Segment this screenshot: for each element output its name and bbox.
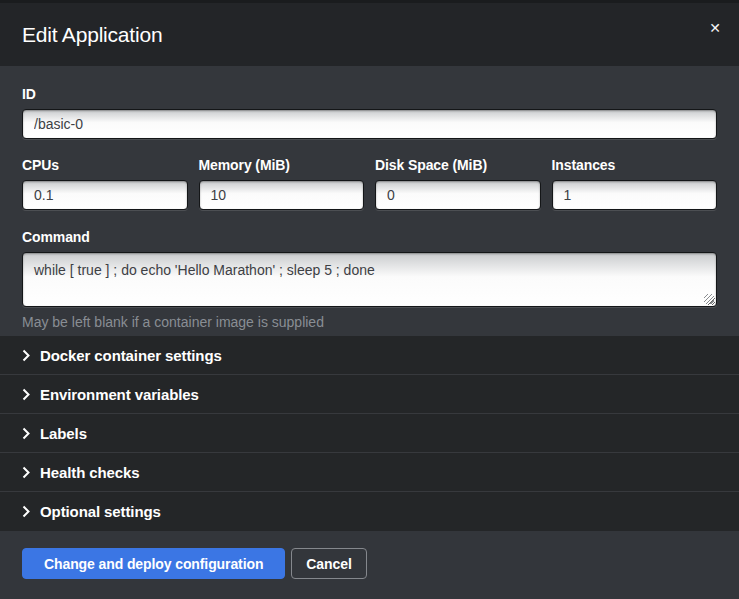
id-input[interactable] <box>22 109 717 139</box>
section-health-checks[interactable]: Health checks <box>0 453 739 492</box>
modal-title: Edit Application <box>22 23 162 47</box>
memory-label: Memory (MiB) <box>199 157 365 173</box>
change-and-deploy-button[interactable]: Change and deploy configuration <box>22 548 285 579</box>
section-label: Health checks <box>40 464 140 481</box>
modal-header: Edit Application ✕ <box>0 3 739 66</box>
disk-field-group: Disk Space (MiB) <box>375 157 541 210</box>
section-label: Environment variables <box>40 386 199 403</box>
application-form: ID CPUs Memory (MiB) Disk Space (MiB) In… <box>0 66 739 336</box>
cpus-label: CPUs <box>22 157 188 173</box>
chevron-right-icon <box>22 388 30 401</box>
command-help-text: May be left blank if a container image i… <box>22 314 717 330</box>
cancel-button[interactable]: Cancel <box>291 548 366 579</box>
chevron-right-icon <box>22 349 30 362</box>
chevron-right-icon <box>22 466 30 479</box>
instances-input[interactable] <box>552 180 718 210</box>
cpus-input[interactable] <box>22 180 188 210</box>
chevron-right-icon <box>22 505 30 518</box>
instances-label: Instances <box>552 157 718 173</box>
edit-application-modal: Edit Application ✕ ID CPUs Memory (MiB) … <box>0 0 739 599</box>
instances-field-group: Instances <box>552 157 718 210</box>
cpus-field-group: CPUs <box>22 157 188 210</box>
command-label: Command <box>22 229 717 245</box>
section-optional-settings[interactable]: Optional settings <box>0 492 739 531</box>
collapsible-sections: Docker container settings Environment va… <box>0 336 739 531</box>
section-environment-variables[interactable]: Environment variables <box>0 375 739 414</box>
modal-footer: Change and deploy configuration Cancel <box>0 531 739 599</box>
section-label: Docker container settings <box>40 347 222 364</box>
close-icon[interactable]: ✕ <box>705 17 725 39</box>
section-label: Labels <box>40 425 87 442</box>
disk-label: Disk Space (MiB) <box>375 157 541 173</box>
id-label: ID <box>22 86 717 102</box>
disk-input[interactable] <box>375 180 541 210</box>
section-labels[interactable]: Labels <box>0 414 739 453</box>
chevron-right-icon <box>22 427 30 440</box>
resources-row: CPUs Memory (MiB) Disk Space (MiB) Insta… <box>22 157 717 210</box>
command-field-group: Command while [ true ] ; do echo 'Hello … <box>22 229 717 330</box>
command-textarea[interactable]: while [ true ] ; do echo 'Hello Marathon… <box>22 252 717 307</box>
id-field-group: ID <box>22 86 717 139</box>
memory-field-group: Memory (MiB) <box>199 157 365 210</box>
section-docker-container-settings[interactable]: Docker container settings <box>0 336 739 375</box>
memory-input[interactable] <box>199 180 365 210</box>
section-label: Optional settings <box>40 503 161 520</box>
